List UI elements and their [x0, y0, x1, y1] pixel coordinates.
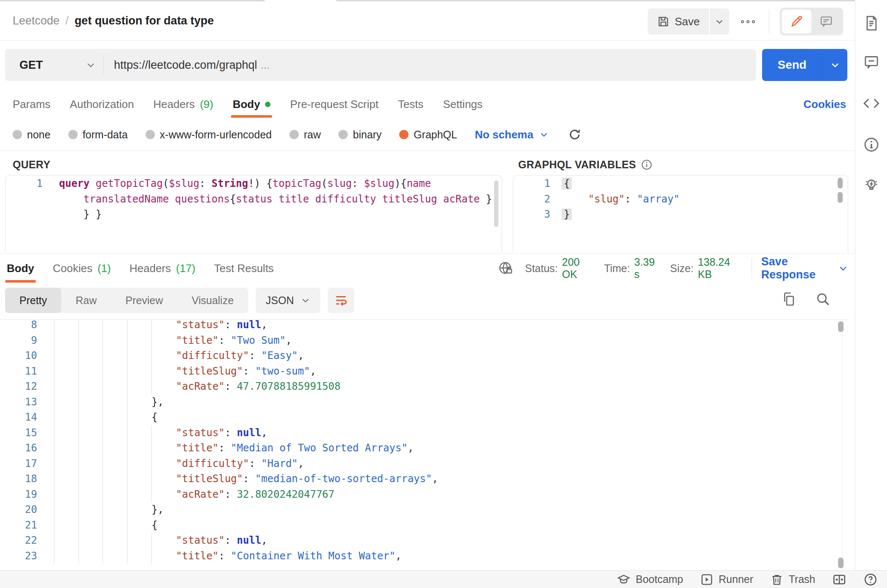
search-icon[interactable]	[815, 291, 830, 307]
view-preview[interactable]: Preview	[111, 288, 177, 313]
tab-headers[interactable]: Headers(9)	[153, 90, 213, 119]
tab-pre-request-script[interactable]: Pre-request Script	[290, 90, 379, 119]
radio-icon	[68, 130, 78, 139]
mode-graphql[interactable]: GraphQL	[399, 129, 457, 141]
method-label: GET	[19, 59, 43, 72]
save-response-button[interactable]: Save Response	[761, 255, 848, 281]
comments-icon[interactable]	[861, 52, 882, 72]
edit-comment-toggle	[780, 8, 843, 35]
tab-settings[interactable]: Settings	[443, 90, 483, 119]
edit-mode-button[interactable]	[782, 10, 811, 33]
graphql-query-editor[interactable]: 1query getTopicTag($slug: String!) {topi…	[5, 175, 502, 252]
right-sidebar	[855, 1, 887, 570]
headers-count-badge: (9)	[200, 98, 214, 111]
schema-dropdown[interactable]: No schema	[475, 128, 549, 141]
more-options-button[interactable]	[735, 8, 760, 35]
info-icon[interactable]	[641, 159, 652, 170]
tab-authorization[interactable]: Authorization	[70, 90, 134, 119]
chevron-down-icon	[715, 17, 724, 26]
mode-form-data[interactable]: form-data	[68, 129, 128, 141]
wrap-lines-button[interactable]	[328, 288, 354, 313]
view-visualize[interactable]: Visualize	[177, 288, 248, 313]
variables-pane-title: GRAPHQL VARIABLES	[518, 157, 652, 172]
bootcamp-button[interactable]: Bootcamp	[617, 573, 683, 586]
chevron-down-icon	[830, 60, 840, 70]
tab-tests[interactable]: Tests	[398, 90, 424, 119]
copy-icon[interactable]	[781, 291, 797, 307]
response-tab-test-results[interactable]: Test Results	[214, 253, 274, 283]
format-dropdown[interactable]: JSON	[256, 288, 320, 313]
comment-mode-button[interactable]	[811, 10, 841, 33]
pencil-icon	[790, 15, 803, 28]
query-pane-title: QUERY	[13, 157, 50, 172]
active-tab-underline	[231, 115, 272, 118]
size-value: 138.24 KB	[698, 256, 741, 281]
refresh-schema-button[interactable]	[568, 128, 581, 141]
view-pretty[interactable]: Pretty	[5, 288, 61, 313]
toggle-panel-button[interactable]	[832, 572, 846, 587]
response-scrollbar-thumb[interactable]	[838, 321, 844, 332]
meta-divider	[752, 258, 752, 279]
tab-params[interactable]: Params	[13, 90, 51, 119]
response-scrollbar-thumb[interactable]	[838, 558, 844, 568]
status-value: 200 OK	[562, 256, 593, 281]
response-tab-headers[interactable]: Headers(17)	[130, 253, 196, 283]
help-button[interactable]	[863, 572, 878, 587]
response-tab-cookies[interactable]: Cookies(1)	[53, 253, 111, 283]
variables-editor-lines: 1{2"slug": "array"3}	[513, 175, 848, 252]
app-window: Leetcode / get question for data type Sa…	[0, 0, 887, 588]
radio-icon	[13, 130, 22, 139]
runner-button[interactable]: Runner	[700, 573, 753, 586]
request-header: Leetcode / get question for data type Sa…	[0, 1, 855, 40]
tab-body[interactable]: Body	[233, 90, 270, 119]
size-label: Size:	[670, 262, 694, 275]
section-divider	[0, 151, 855, 151]
help-icon	[863, 572, 878, 587]
save-button[interactable]: Save	[648, 8, 709, 35]
view-raw[interactable]: Raw	[61, 288, 111, 313]
globe-lock-icon[interactable]	[498, 261, 513, 276]
send-button-group: Send	[762, 49, 847, 81]
send-button[interactable]: Send	[762, 49, 822, 81]
graphql-variables-editor[interactable]: 1{2"slug": "array"3}	[513, 175, 848, 252]
cookies-link[interactable]: Cookies	[803, 90, 846, 119]
breadcrumb-request-name[interactable]: get question for data type	[75, 14, 214, 27]
mode-x-www-form-urlencoded[interactable]: x-www-form-urlencoded	[146, 129, 272, 141]
response-view-row: Pretty Raw Preview Visualize JSON	[5, 288, 354, 313]
header-divider	[769, 10, 769, 33]
response-tab-body[interactable]: Body	[7, 253, 34, 283]
breadcrumb-collection[interactable]: Leetcode	[13, 14, 59, 27]
refresh-icon	[568, 128, 581, 141]
variables-scrollbar-thumb[interactable]	[838, 192, 843, 203]
response-body-viewer[interactable]: 8"status": null,9"title": "Two Sum",10"d…	[0, 320, 848, 570]
documentation-icon[interactable]	[861, 13, 882, 33]
mode-binary[interactable]: binary	[338, 129, 381, 141]
chevron-down-icon	[301, 296, 310, 305]
headers-count-badge: (17)	[176, 262, 195, 275]
comment-icon	[819, 15, 833, 28]
mode-none[interactable]: none	[13, 129, 51, 141]
runner-play-icon	[700, 573, 714, 586]
breadcrumb-separator: /	[65, 14, 69, 27]
method-selector[interactable]: GET	[5, 49, 103, 81]
response-code-lines: 8"status": null,9"title": "Two Sum",10"d…	[0, 320, 848, 570]
active-tab-underline	[5, 280, 36, 283]
url-bar: GET https://leetcode.com/graphql ...	[5, 49, 756, 81]
query-scrollbar[interactable]	[494, 181, 498, 227]
send-options-button[interactable]	[822, 49, 847, 81]
breadcrumb: Leetcode / get question for data type	[13, 1, 214, 40]
trash-button[interactable]: Trash	[770, 573, 815, 586]
status-label: Status:	[525, 262, 558, 275]
save-button-group: Save	[648, 8, 729, 35]
radio-icon	[146, 130, 155, 139]
save-options-button[interactable]	[710, 8, 729, 35]
chevron-down-icon	[838, 263, 848, 273]
split-panel-icon	[832, 572, 846, 587]
mode-raw[interactable]: raw	[289, 129, 321, 141]
radio-selected-icon	[399, 130, 408, 139]
pull-request-lightbulb-icon[interactable]	[861, 175, 882, 195]
url-input[interactable]: https://leetcode.com/graphql	[114, 59, 257, 72]
info-icon[interactable]	[861, 135, 882, 155]
variables-scrollbar-thumb[interactable]	[838, 178, 843, 189]
code-snippet-icon[interactable]	[861, 93, 882, 113]
